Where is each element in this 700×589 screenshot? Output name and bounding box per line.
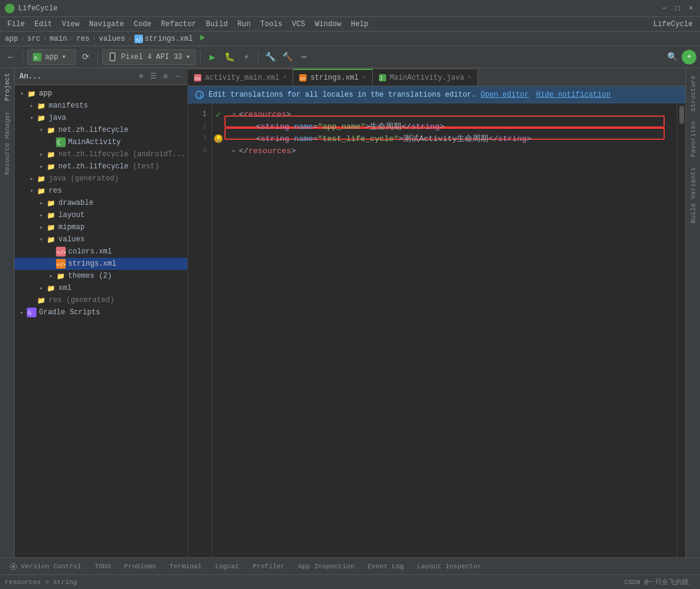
side-tab-project[interactable]: Project (1, 68, 13, 106)
tree-item-layout[interactable]: ▸ 📁 layout (15, 209, 187, 221)
bottom-tab-appinspection[interactable]: App Inspection (292, 559, 360, 574)
tree-item-res-gen[interactable]: ▸ 📁 res (generated) (15, 294, 187, 306)
side-tab-build-variants[interactable]: Build Variants (687, 162, 699, 228)
tree-item-package-test[interactable]: ▸ 📁 net.zh.lifecycle (test) (15, 160, 187, 173)
tab-close-strings[interactable]: × (362, 75, 366, 81)
tree-item-strings[interactable]: ▸ </> strings.xml (15, 258, 187, 270)
breadcrumb-main[interactable]: main (50, 35, 68, 43)
lifecycle-badge: LifeCycle (653, 20, 698, 29)
tree-item-res[interactable]: ▾ 📁 res (15, 185, 187, 197)
bottom-tab-profiler[interactable]: Profiler (246, 559, 291, 574)
gutter-3[interactable]: 💡 (212, 133, 224, 145)
tree-label-gradle: Gradle Scripts (39, 308, 100, 317)
close-button[interactable]: × (687, 4, 695, 13)
panel-icon-2[interactable]: ☰ (148, 72, 158, 81)
profile-button[interactable]: ⚡ (239, 50, 254, 64)
scroll-thumb[interactable] (679, 106, 684, 124)
tree-item-mainactivity[interactable]: ▸ C MainActivity (15, 136, 187, 148)
tree-item-values[interactable]: ▾ 📁 values (15, 233, 187, 246)
tab-strings[interactable]: <> strings.xml × (293, 69, 372, 86)
tree-item-java[interactable]: ▾ 📁 java (15, 112, 187, 124)
add-btn[interactable]: + (682, 50, 696, 64)
tab-close-mainactivity[interactable]: × (468, 74, 471, 81)
toolbar-app-dropdown[interactable]: A app ▾ (27, 49, 76, 65)
breadcrumb-res[interactable]: res (77, 35, 90, 43)
breadcrumb-app[interactable]: app (5, 35, 18, 43)
breadcrumb-strings-label: strings.xml (145, 35, 193, 43)
more-btn[interactable]: ⋯ (297, 50, 311, 64)
tree-item-manifests[interactable]: ▸ 📁 manifests (15, 100, 187, 112)
side-tab-favorites[interactable]: Favorites (687, 116, 699, 162)
folder-icon-test: 📁 (46, 162, 56, 171)
tree-item-package[interactable]: ▾ 📁 net.zh.lifecycle (15, 124, 187, 136)
menu-tools[interactable]: Tools (255, 19, 287, 30)
menu-vcs[interactable]: VCS (287, 19, 310, 30)
notification-bar: i Edit translations for all locales in t… (188, 86, 685, 103)
breadcrumb-src[interactable]: src (27, 35, 41, 43)
tree-label-java: java (49, 114, 66, 122)
menu-edit[interactable]: Edit (30, 19, 57, 30)
bottom-tab-logcat[interactable]: Logcat (209, 559, 246, 574)
menu-file[interactable]: File (2, 19, 30, 30)
breadcrumb-values[interactable]: values (99, 35, 125, 43)
bottom-tab-layoutinspector[interactable]: Layout Inspector (411, 559, 488, 574)
bottom-tab-problems-label: Problems (124, 563, 156, 570)
menu-code[interactable]: Code (129, 19, 156, 30)
build-btn[interactable]: 🔨 (280, 50, 294, 64)
menu-run[interactable]: Run (232, 19, 255, 30)
tree-item-gradle[interactable]: ▸ G Gradle Scripts (15, 306, 187, 319)
tree-item-colors[interactable]: ▸ </> colors.xml (15, 246, 187, 258)
bottom-tab-terminal[interactable]: Terminal (164, 559, 208, 574)
tree-item-app[interactable]: ▾ 📁 app (15, 88, 187, 100)
menu-view[interactable]: View (57, 19, 85, 30)
bottom-tab-appinspection-label: App Inspection (298, 563, 354, 570)
gutter-bulb[interactable]: 💡 (214, 134, 223, 143)
bug-btn[interactable]: 🔧 (263, 50, 277, 64)
navigate-icon[interactable] (198, 33, 207, 45)
tree-item-xml[interactable]: ▸ 📁 xml (15, 282, 187, 294)
menu-help[interactable]: Help (346, 19, 373, 30)
tab-activity-main[interactable]: <> activity_main.xml × (188, 69, 293, 86)
side-tab-structure[interactable]: Structure (687, 71, 699, 116)
menu-window[interactable]: Window (310, 19, 346, 30)
tab-mainactivity[interactable]: J MainActivity.java × (373, 69, 478, 86)
bottom-tab-layoutinspector-label: Layout Inspector (417, 563, 482, 570)
tree-item-drawable[interactable]: ▸ 📁 drawable (15, 197, 187, 209)
scrollbar[interactable] (677, 103, 685, 557)
tree-item-themes[interactable]: ▸ 📁 themes (2) (15, 270, 187, 282)
tree-label-drawable: drawable (58, 199, 94, 207)
side-tab-resource[interactable]: Resource Manager (1, 106, 13, 180)
bottom-tab-problems[interactable]: Problems (118, 559, 162, 574)
tree-item-mipmap[interactable]: ▸ 📁 mipmap (15, 221, 187, 233)
bottom-tab-vcs[interactable]: Version Control (4, 559, 88, 574)
bottom-tab-todo[interactable]: TODO (89, 559, 117, 574)
svg-marker-2 (200, 35, 205, 41)
bottom-tab-eventlog[interactable]: Event Log (362, 559, 410, 574)
panel-icon-3[interactable]: ⚙ (161, 72, 170, 81)
run-button[interactable]: ▶ (205, 50, 220, 64)
maximize-button[interactable]: □ (673, 4, 682, 13)
menu-build[interactable]: Build (201, 19, 232, 30)
menu-navigate[interactable]: Navigate (84, 19, 129, 30)
toolbar-device-dropdown[interactable]: Pixel 4 API 33 ▾ (102, 49, 196, 65)
search-btn[interactable]: 🔍 (665, 50, 679, 64)
window-controls[interactable]: − □ × (660, 4, 695, 13)
toolbar-back-btn[interactable]: ← (4, 50, 18, 64)
bottom-tab-logcat-label: Logcat (215, 563, 240, 570)
hide-notification-link[interactable]: Hide notification (536, 91, 611, 99)
panel-icon-4[interactable]: — (173, 72, 182, 81)
breadcrumb-strings[interactable]: </> strings.xml (134, 35, 193, 43)
gutter-area: ✓ 💡 (212, 103, 224, 557)
code-content[interactable]: ▾ <resources> <string name="app_name">生命… (224, 103, 677, 557)
tab-close-activity[interactable]: × (283, 74, 286, 81)
status-bar: resources > string CSDN @一只会飞的猪。 (0, 574, 700, 589)
minimize-button[interactable]: − (660, 4, 668, 13)
menu-refactor[interactable]: Refactor (156, 19, 201, 30)
tree-item-java-gen[interactable]: ▸ 📁 java (generated) (15, 173, 187, 185)
panel-icon-1[interactable]: ⊕ (136, 72, 146, 81)
tree-item-package-android[interactable]: ▸ 📁 net.zh.lifecycle (androidT... (15, 148, 187, 160)
toolbar-sync-btn[interactable]: ⟳ (78, 50, 93, 64)
debug-button[interactable]: 🐛 (222, 50, 237, 64)
open-editor-link[interactable]: Open editor (480, 91, 528, 99)
line-num-2: 2 (188, 120, 212, 133)
